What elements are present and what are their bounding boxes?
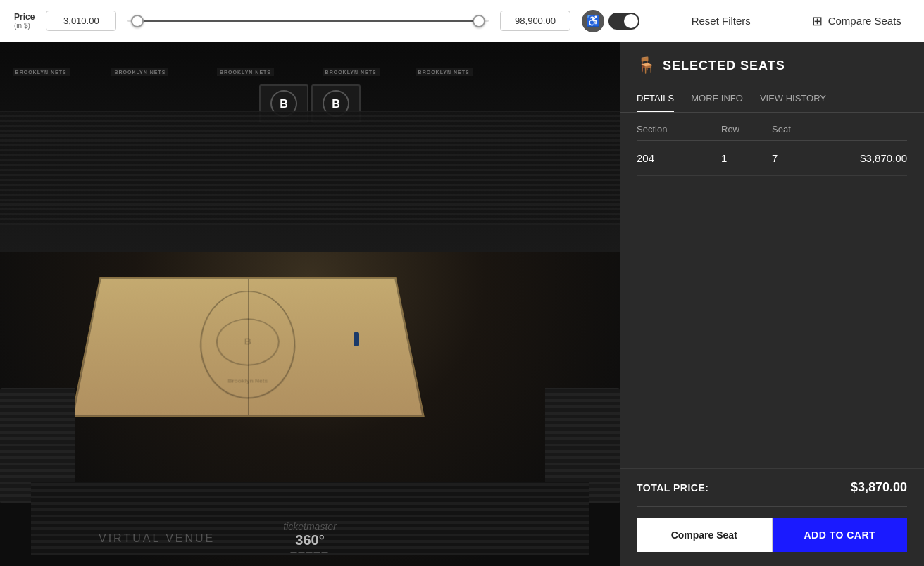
nets-banner-1: BROOKLYN NETS	[13, 68, 70, 76]
svg-text:B: B	[280, 98, 288, 110]
panel-content: Section Row Seat 204 1 7 $3,870.00	[620, 113, 924, 468]
compare-seats-button[interactable]: ⊞ Compare Seats	[789, 0, 925, 42]
compare-seat-button[interactable]: Compare Seat	[637, 518, 773, 552]
nets-banner-3: BROOKLYN NETS	[217, 68, 274, 76]
seat-price: $3,870.00	[823, 152, 907, 164]
svg-text:B: B	[332, 98, 340, 110]
total-label: TOTAL PRICE:	[637, 482, 708, 493]
price-range-slider[interactable]	[127, 14, 489, 28]
arena-view: B B BROOKLYN NETS BROOKLYN NETS BROOKLYN…	[0, 42, 620, 566]
nets-banner-2: BROOKLYN NETS	[111, 68, 168, 76]
seat-section: 204	[637, 152, 721, 164]
total-row: TOTAL PRICE: $3,870.00	[637, 480, 907, 495]
toggle-switch[interactable]	[608, 13, 639, 30]
panel-footer: TOTAL PRICE: $3,870.00 Compare Seat ADD …	[620, 468, 924, 566]
accessibility-icon: ♿	[582, 10, 604, 32]
ticketmaster-watermark: ticketmaster	[283, 521, 336, 532]
max-price-input[interactable]	[500, 11, 570, 31]
header-right: Reset Filters ⊞ Compare Seats	[654, 0, 924, 42]
tab-more-info[interactable]: MORE INFO	[691, 86, 743, 112]
price-label: Price (in $)	[14, 12, 35, 30]
virtual-venue-text: VIRTUAL VENUE	[99, 532, 215, 545]
compare-icon: ⊞	[812, 13, 823, 29]
nets-banner-4: BROOKLYN NETS	[323, 68, 380, 76]
footer-divider	[637, 506, 907, 507]
table-row: 204 1 7 $3,870.00	[637, 141, 907, 176]
tab-details[interactable]: DETAILS	[637, 86, 674, 112]
slider-thumb-max[interactable]	[473, 15, 485, 27]
slider-track	[127, 20, 489, 22]
basketball-court: Brooklyn Nets B	[71, 277, 424, 417]
badge-360: 360°	[295, 532, 324, 548]
total-price: $3,870.00	[851, 480, 907, 495]
seat-row: 1	[721, 152, 772, 164]
panel-tabs: DETAILS MORE INFO VIEW HISTORY	[620, 86, 924, 113]
badge-360-container: 360° —————	[291, 532, 330, 555]
filter-bar: Price (in $) ♿	[0, 0, 654, 42]
seat-table-header: Section Row Seat	[637, 113, 907, 141]
badge-360-line: —————	[291, 548, 330, 555]
reset-filters-button[interactable]: Reset Filters	[654, 0, 789, 42]
add-to-cart-button[interactable]: ADD TO CART	[773, 518, 908, 552]
slider-fill	[135, 20, 482, 22]
player-figure	[354, 332, 359, 346]
seat-icon: 🪑	[637, 56, 656, 75]
footer-buttons: Compare Seat ADD TO CART	[637, 518, 907, 552]
upper-seating	[0, 111, 620, 226]
nets-banner-5: BROOKLYN NETS	[416, 68, 473, 76]
arena-background: B B BROOKLYN NETS BROOKLYN NETS BROOKLYN…	[0, 42, 620, 566]
min-price-input[interactable]	[46, 11, 116, 31]
panel-title: SELECTED SEATS	[663, 58, 785, 73]
seats-panel: 🪑 SELECTED SEATS DETAILS MORE INFO VIEW …	[620, 42, 924, 566]
seat-number: 7	[772, 152, 823, 164]
court-logo-text: Brooklyn Nets	[227, 377, 268, 384]
accessibility-toggle[interactable]: ♿	[582, 10, 639, 32]
panel-header: 🪑 SELECTED SEATS	[620, 42, 924, 75]
tab-view-history[interactable]: VIEW HISTORY	[760, 86, 826, 112]
slider-thumb-min[interactable]	[131, 15, 144, 27]
